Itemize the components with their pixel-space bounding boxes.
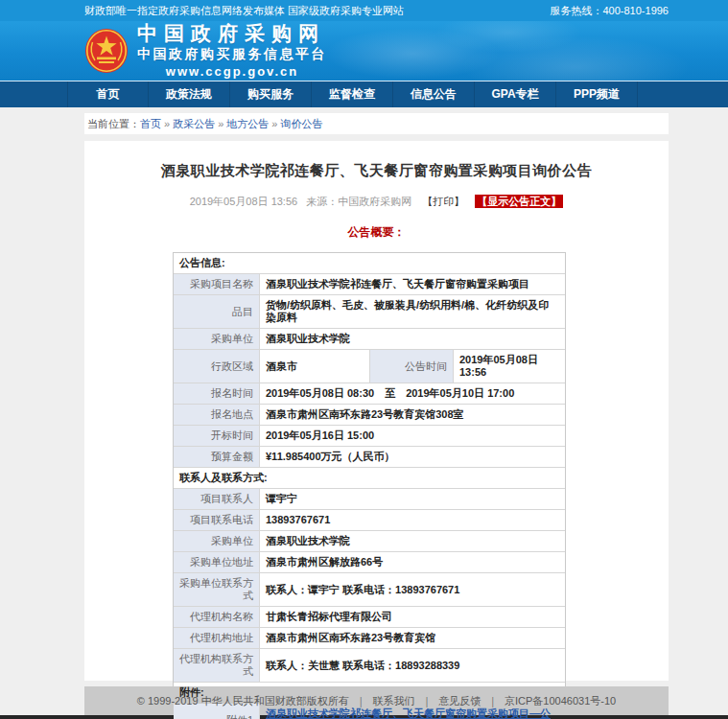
notice-source: 来源：中国政府采购网	[306, 196, 411, 207]
row-label: 预算金额	[174, 447, 260, 467]
row-value: 13893767671	[260, 510, 565, 530]
nav-item-2[interactable]: 购买服务	[230, 81, 312, 107]
row-label: 采购单位地址	[174, 552, 260, 572]
table-row: 项目联系电话13893767671	[174, 509, 565, 530]
breadcrumb-separator-icon: »	[218, 118, 223, 129]
row-value: 谭宇宁	[260, 489, 565, 509]
row-label: 报名地点	[174, 405, 260, 425]
site-subtitle: 中国政府购买服务信息平台	[137, 46, 327, 63]
nav-item-4[interactable]: 信息公告	[393, 81, 475, 107]
topbar-slogan: 财政部唯一指定政府采购信息网络发布媒体 国家级政府采购专业网站	[84, 4, 404, 18]
topbar-hotline: 服务热线：400-810-1996	[550, 4, 669, 18]
footer-separator: ｜	[487, 694, 498, 708]
breadcrumb-item-1[interactable]: 政采公告	[173, 118, 215, 129]
row-label: 报名时间	[174, 383, 260, 404]
show-notice-body-button[interactable]: 【显示公告正文】	[475, 195, 563, 208]
table-row: 预算金额¥11.985400万元（人民币）	[174, 446, 565, 467]
table-row: 采购单位酒泉职业技术学院	[174, 328, 565, 349]
main-nav: 首页政策法规购买服务监督检查信息公告GPA专栏PPP频道	[0, 81, 728, 107]
attachment-link[interactable]: 酒泉职业技术学院祁连餐厅、飞天餐厅窗帘购置采购项目—公告.pdf	[266, 707, 559, 719]
row-label: 公告时间	[369, 350, 454, 383]
table-section-header: 公告信息:	[174, 253, 565, 273]
row-value: 酒泉市肃州区解放路66号	[260, 552, 565, 572]
row-label: 代理机构地址	[174, 628, 260, 648]
table-row: 报名地点酒泉市肃州区南环东路23号教育宾馆308室	[174, 404, 565, 425]
footer-separator: ｜	[356, 694, 366, 708]
table-section-header: 联系人及联系方式:	[174, 468, 565, 488]
row-value: 酒泉市肃州区南环东路23号教育宾馆308室	[260, 405, 565, 425]
footer-copyright: © 1999-2019 中华人民共和国财政部版权所有	[137, 694, 349, 708]
breadcrumb-item-0[interactable]: 首页	[140, 118, 161, 129]
print-button[interactable]: 【打印】	[422, 196, 464, 207]
row-label: 开标时间	[174, 426, 260, 446]
table-row: 项目联系人谭宇宁	[174, 488, 565, 509]
footer-link-0[interactable]: 联系我们	[372, 694, 414, 708]
row-label: 品目	[174, 295, 260, 328]
breadcrumb: 当前位置：首页»政采公告»地方公告»询价公告	[84, 113, 669, 134]
publish-time: 2019年05月08日 13:56	[190, 196, 298, 207]
row-label: 代理机构名称	[174, 607, 260, 627]
row-value: 2019年05月08日 08:30 至 2019年05月10日 17:00	[260, 383, 565, 404]
row-value: 酒泉市肃州区南环东路23号教育宾馆	[260, 628, 565, 648]
topbar: 财政部唯一指定政府采购信息网络发布媒体 国家级政府采购专业网站 服务热线：400…	[0, 0, 728, 21]
nav-item-5[interactable]: GPA专栏	[475, 81, 556, 107]
row-value: 酒泉市	[260, 350, 369, 383]
table-row: 代理机构名称甘肃长青招标代理有限公司	[174, 606, 565, 627]
footer-separator: ｜	[421, 694, 432, 708]
row-label: 采购单位联系方式	[174, 573, 260, 606]
row-value: 2019年05月08日 13:56	[454, 350, 565, 383]
table-row: 公告信息:	[174, 253, 565, 273]
breadcrumb-separator-icon: »	[271, 118, 277, 129]
nav-item-6[interactable]: PPP频道	[556, 81, 638, 107]
nav-item-0[interactable]: 首页	[67, 81, 149, 107]
site-url: www.ccgp.gov.cn	[137, 64, 327, 79]
row-value: 联系人：关世慧 联系电话：18893288339	[260, 649, 565, 682]
row-value: 甘肃长青招标代理有限公司	[260, 607, 565, 627]
row-value: 酒泉职业技术学院	[260, 531, 565, 551]
row-label: 采购单位	[174, 329, 260, 349]
notice-card: 酒泉职业技术学院祁连餐厅、飞天餐厅窗帘购置采购项目询价公告 2019年05月08…	[84, 141, 669, 681]
table-row: 采购单位地址酒泉市肃州区解放路66号	[174, 551, 565, 572]
table-row: 开标时间2019年05月16日 15:00	[174, 425, 565, 446]
table-row: 采购单位联系方式联系人：谭宇宁 联系电话：13893767671	[174, 572, 565, 606]
breadcrumb-label: 当前位置：	[87, 118, 140, 129]
nav-item-3[interactable]: 监督检查	[312, 81, 393, 107]
row-value: 货物/纺织原料、毛皮、被服装具/纺织用料/棉、化纤纺织及印染原料	[260, 295, 565, 328]
breadcrumb-item-3[interactable]: 询价公告	[280, 118, 322, 129]
row-value: 2019年05月16日 15:00	[260, 426, 565, 446]
national-emblem-icon	[84, 28, 129, 74]
notice-meta: 2019年05月08日 13:56 来源：中国政府采购网 【打印】 【显示公告正…	[84, 195, 669, 209]
table-row: 报名时间2019年05月08日 08:30 至 2019年05月10日 17:0…	[174, 383, 565, 404]
site-header: 中国政府采购网 中国政府购买服务信息平台 www.ccgp.gov.cn	[0, 21, 728, 81]
table-row: 联系人及联系方式:	[174, 467, 565, 488]
footer-link-1[interactable]: 意见反馈	[438, 694, 481, 708]
footer-icp: 京ICP备10046031号-10	[505, 694, 616, 708]
row-label: 行政区域	[174, 350, 260, 383]
notice-title: 酒泉职业技术学院祁连餐厅、飞天餐厅窗帘购置采购项目询价公告	[84, 162, 669, 180]
row-value: 酒泉职业技术学院祁连餐厅、飞天餐厅窗帘购置采购项目	[260, 274, 565, 294]
nav-item-1[interactable]: 政策法规	[149, 81, 230, 107]
row-label: 采购项目名称	[174, 274, 260, 294]
row-label: 代理机构联系方式	[174, 649, 260, 682]
table-row: 采购项目名称酒泉职业技术学院祁连餐厅、飞天餐厅窗帘购置采购项目	[174, 273, 565, 294]
breadcrumb-separator-icon: »	[164, 118, 170, 129]
row-value: ¥11.985400万元（人民币）	[260, 447, 565, 467]
table-row: 代理机构联系方式联系人：关世慧 联系电话：18893288339	[174, 648, 565, 682]
notice-info-table: 公告信息:采购项目名称酒泉职业技术学院祁连餐厅、飞天餐厅窗帘购置采购项目品目货物…	[173, 252, 566, 719]
row-value: 酒泉职业技术学院	[260, 329, 565, 349]
row-label: 项目联系电话	[174, 510, 260, 530]
row-value: 联系人：谭宇宁 联系电话：13893767671	[260, 573, 565, 606]
table-row: 代理机构地址酒泉市肃州区南环东路23号教育宾馆	[174, 627, 565, 648]
site-name: 中国政府采购网	[137, 23, 327, 44]
breadcrumb-item-2[interactable]: 地方公告	[226, 118, 269, 129]
row-label: 项目联系人	[174, 489, 260, 509]
table-row: 品目货物/纺织原料、毛皮、被服装具/纺织用料/棉、化纤纺织及印染原料	[174, 294, 565, 328]
table-row: 采购单位酒泉职业技术学院	[174, 530, 565, 551]
row-label: 采购单位	[174, 531, 260, 551]
summary-heading: 公告概要：	[84, 224, 669, 241]
table-row: 行政区域酒泉市公告时间2019年05月08日 13:56	[174, 349, 565, 383]
